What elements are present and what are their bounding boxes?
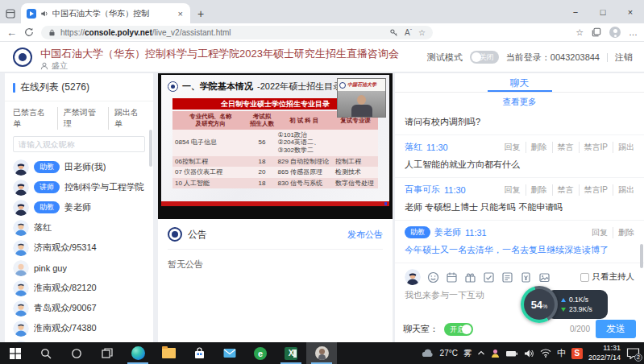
task-view-icon[interactable]	[92, 342, 123, 364]
user-name: 淮南观众/74380	[34, 322, 97, 334]
mute-ip-link[interactable]: 禁言IP	[579, 184, 608, 196]
user-name: 济南观众/95314	[34, 242, 97, 254]
battery-icon[interactable]	[505, 349, 518, 358]
list-item[interactable]: 青岛观众/90067	[5, 298, 153, 318]
user-avatar	[13, 300, 29, 316]
refresh-icon[interactable]	[24, 27, 34, 37]
chat-scrollbar[interactable]	[640, 244, 643, 268]
read-aloud-icon[interactable]: Aˆ	[405, 28, 412, 37]
sogou-ime-icon[interactable]: S	[571, 348, 583, 359]
browser-profile-avatar[interactable]	[609, 27, 621, 38]
list-item[interactable]: 讲师 控制科学与工程学院	[5, 177, 153, 197]
network-wifi-icon[interactable]	[540, 349, 551, 358]
logout-link[interactable]: 注销	[615, 52, 633, 64]
list-item[interactable]: 济南观众/95314	[5, 238, 153, 258]
kick-link[interactable]: 踢出	[613, 142, 634, 153]
table-header: 专业代码、名称 及研究方向	[172, 111, 248, 130]
cortana-icon[interactable]	[61, 342, 92, 364]
network-speed-widget[interactable]: 0.1K/s 23.9K/s 54%	[521, 284, 611, 325]
tab-title: 中国石油大学（华东）控制	[52, 8, 172, 19]
list-item[interactable]: 淮南观众/74380	[5, 318, 153, 338]
favorite-star-icon[interactable]: ☆	[418, 28, 426, 37]
favorites-bar-icon[interactable]: ☆	[575, 27, 584, 38]
slide-title: 一、学院基本情况	[182, 81, 253, 93]
delete-link[interactable]: 删除	[526, 184, 547, 196]
microsoft-store-icon[interactable]	[184, 342, 214, 364]
lock-icon	[48, 28, 56, 37]
file-explorer-icon[interactable]	[153, 342, 184, 364]
sign-in-icon[interactable]	[446, 271, 458, 283]
delete-link[interactable]: 删除	[526, 142, 547, 153]
close-button[interactable]: ×	[617, 0, 644, 23]
mute-link[interactable]: 禁言	[552, 184, 574, 196]
back-icon[interactable]: ←	[6, 27, 17, 38]
tab-muted-list[interactable]: 已禁言名单	[13, 107, 52, 130]
reply-link[interactable]: 回复	[592, 227, 608, 238]
viewer-search-input[interactable]	[13, 136, 145, 152]
collections-icon[interactable]	[592, 27, 601, 37]
live-app-icon[interactable]	[306, 342, 337, 364]
slide-logo	[168, 81, 178, 92]
address-input[interactable]: https://console.polyv.net/live_v2/assist…	[41, 26, 433, 39]
webcam-banner-text: 中国石油大学	[347, 81, 376, 89]
only-host-checkbox[interactable]	[580, 273, 589, 282]
kick-link[interactable]: 踢出	[613, 184, 634, 196]
red-packet-icon[interactable]	[520, 271, 532, 283]
answer-card-icon[interactable]	[483, 271, 495, 283]
list-item[interactable]: 淮南观众/82120	[5, 278, 153, 298]
table-row: 06控制工程 18 829 自动控制理论 控制工程	[172, 156, 378, 168]
tab-kicked-list[interactable]: 踢出名单	[108, 107, 145, 130]
list-item[interactable]: 助教 姜老师	[5, 197, 153, 217]
new-tab-button[interactable]: +	[190, 3, 211, 23]
download-speed: 23.9K/s	[569, 305, 592, 313]
sidebar-scrollbar[interactable]	[149, 130, 152, 167]
load-more-link[interactable]: 查看更多	[395, 93, 644, 110]
user-name: 田老师(我)	[64, 161, 106, 173]
clock[interactable]: 11:31 2022/7/14	[588, 344, 621, 362]
webcam-logo	[339, 82, 346, 89]
table-header: 考试拟 招生人数	[248, 111, 275, 130]
browser-e-icon[interactable]: e	[245, 342, 276, 364]
ime-indicator[interactable]: 中	[557, 347, 566, 359]
reply-link[interactable]: 回复	[505, 142, 521, 153]
tab-layout-icon[interactable]	[0, 4, 21, 23]
weather-temperature[interactable]: 27°C	[440, 349, 458, 358]
tab-audio-icon[interactable]	[40, 10, 48, 18]
tab-close-icon[interactable]: ×	[177, 9, 185, 19]
delete-link[interactable]: 删除	[613, 227, 634, 238]
message-author: 落红	[405, 141, 422, 153]
start-button[interactable]	[0, 342, 31, 364]
weather-condition[interactable]: 雾	[463, 348, 472, 359]
chatroom-toggle[interactable]: 开启	[444, 323, 473, 336]
publish-announcement-link[interactable]: 发布公告	[347, 229, 383, 241]
password-key-icon[interactable]	[389, 28, 398, 37]
browser-tab[interactable]: 中国石油大学（华东）控制 ×	[21, 3, 190, 23]
excel-icon[interactable]: X	[276, 342, 306, 364]
user-name: pink guy	[34, 263, 67, 273]
volume-icon[interactable]	[524, 349, 534, 358]
test-mode-toggle[interactable]: 关闭	[470, 51, 499, 64]
action-center-icon[interactable]: 2	[626, 347, 640, 359]
video-player: 一、学院基本情况-2022年硕士招生目录 全日制专业硕士学位招生专业目录 专业代…	[158, 73, 393, 219]
taskbar-search-icon[interactable]	[31, 342, 61, 364]
tab-banned-words[interactable]: 严禁词管理	[57, 107, 102, 130]
questionnaire-icon[interactable]	[501, 271, 513, 283]
minimize-button[interactable]: −	[562, 0, 589, 23]
lottery-gift-icon[interactable]	[464, 271, 476, 283]
taskbar-edge-icon[interactable]	[123, 342, 153, 364]
emoji-icon[interactable]	[427, 271, 439, 283]
mute-ip-link[interactable]: 禁言IP	[579, 142, 608, 153]
browser-menu-icon[interactable]: …	[629, 27, 638, 37]
image-icon[interactable]	[538, 271, 551, 283]
tray-app-icon[interactable]	[491, 349, 500, 358]
tab-chat[interactable]: 聊天	[488, 73, 552, 92]
tray-expand-icon[interactable]	[477, 350, 485, 357]
list-item[interactable]: 落红	[5, 217, 153, 238]
mute-link[interactable]: 禁言	[552, 142, 574, 153]
user-avatar	[13, 280, 29, 296]
mail-icon[interactable]	[214, 342, 245, 364]
reply-link[interactable]: 回复	[505, 184, 521, 196]
list-item[interactable]: pink guy	[5, 258, 153, 278]
maximize-button[interactable]: □	[589, 0, 617, 23]
list-item[interactable]: 助教 田老师(我)	[5, 157, 153, 177]
